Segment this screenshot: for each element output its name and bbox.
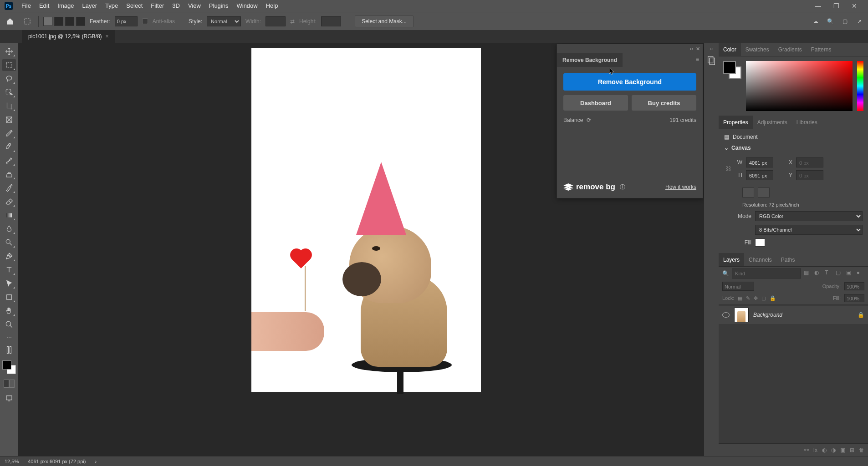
zoom-level[interactable]: 12,5% (5, 459, 19, 464)
menu-file[interactable]: File (17, 0, 35, 12)
dock-expand-icon[interactable]: ‹‹ (710, 46, 713, 51)
delete-layer-icon[interactable]: 🗑 (859, 447, 864, 453)
panel-menu-icon[interactable]: ≡ (692, 53, 703, 65)
menu-layer[interactable]: Layer (78, 0, 102, 12)
menu-edit[interactable]: Edit (35, 0, 53, 12)
history-panel-icon[interactable] (706, 55, 716, 65)
clone-stamp-tool[interactable] (2, 168, 16, 180)
filter-pixel-icon[interactable]: ▦ (804, 269, 812, 278)
gradient-tool[interactable] (2, 209, 16, 221)
status-chevron-icon[interactable]: › (95, 459, 97, 464)
selection-intersect-icon[interactable] (76, 17, 85, 26)
layer-list[interactable]: Background 🔒 (719, 304, 868, 443)
dashboard-button[interactable]: Dashboard (563, 95, 628, 111)
tab-swatches[interactable]: Swatches (741, 43, 774, 56)
move-tool[interactable] (2, 46, 16, 57)
tool-preset-icon[interactable] (21, 15, 34, 28)
filter-smart-icon[interactable]: ▣ (846, 269, 854, 278)
menu-plugins[interactable]: Plugins (205, 0, 233, 12)
filter-search-icon[interactable]: 🔍 (722, 270, 729, 277)
bit-depth-select[interactable]: 8 Bits/Channel (755, 225, 863, 235)
brush-tool[interactable] (2, 155, 16, 167)
frame-tool[interactable] (2, 114, 16, 126)
tab-properties[interactable]: Properties (719, 116, 753, 129)
add-mask-icon[interactable]: ◐ (822, 447, 827, 453)
layer-lock-icon[interactable]: 🔒 (858, 312, 864, 318)
filter-adjustment-icon[interactable]: ◐ (814, 269, 822, 278)
refresh-icon[interactable]: ⟳ (587, 117, 591, 123)
color-swatch[interactable] (723, 61, 741, 79)
info-icon[interactable]: ⓘ (620, 183, 625, 191)
how-it-works-link[interactable]: How it works (665, 184, 696, 190)
quick-mask-toggle[interactable] (4, 380, 15, 388)
layer-fill-input[interactable]: 100% (844, 294, 864, 302)
crop-tool[interactable] (2, 100, 16, 112)
screen-mode-icon[interactable] (2, 392, 16, 404)
new-group-icon[interactable]: ▣ (840, 447, 845, 453)
feather-input[interactable] (115, 16, 138, 26)
opacity-input[interactable]: 100% (844, 282, 864, 290)
color-mode-select[interactable]: RGB Color (755, 211, 863, 221)
tab-color[interactable]: Color (719, 43, 741, 56)
path-select-tool[interactable] (2, 278, 16, 289)
menu-type[interactable]: Type (101, 0, 122, 12)
panel-close-icon[interactable]: ✕ (696, 46, 700, 52)
tab-patterns[interactable]: Patterns (807, 43, 836, 56)
selection-subtract-icon[interactable] (65, 17, 74, 26)
lasso-tool[interactable] (2, 73, 16, 85)
new-adjustment-icon[interactable]: ◑ (831, 447, 836, 453)
buy-credits-button[interactable]: Buy credits (632, 95, 696, 111)
window-minimize-icon[interactable]: ― (809, 0, 827, 12)
more-tools-icon[interactable]: ⋯ (6, 334, 12, 340)
panel-collapse-icon[interactable]: ‹‹ (690, 46, 693, 51)
lock-all-icon[interactable]: 🔒 (770, 295, 776, 301)
menu-filter[interactable]: Filter (147, 0, 168, 12)
document-close-icon[interactable]: × (106, 30, 109, 43)
lock-artboard-icon[interactable]: ▢ (761, 295, 766, 301)
blur-tool[interactable] (2, 223, 16, 235)
tab-layers[interactable]: Layers (719, 253, 744, 266)
fill-swatch[interactable] (755, 238, 765, 247)
tab-libraries[interactable]: Libraries (792, 116, 822, 129)
tab-adjustments[interactable]: Adjustments (753, 116, 792, 129)
layer-thumbnail[interactable] (734, 308, 749, 322)
remove-background-panel[interactable]: ‹‹ ✕ Remove Background ≡ Remove Backgrou… (557, 44, 703, 198)
type-tool[interactable] (2, 264, 16, 276)
tab-channels[interactable]: Channels (744, 253, 776, 266)
home-icon[interactable] (4, 15, 16, 28)
antialias-checkbox[interactable] (142, 18, 148, 24)
orientation-portrait-icon[interactable] (742, 187, 754, 198)
hand-tool[interactable] (2, 305, 16, 317)
healing-brush-tool[interactable] (2, 141, 16, 153)
style-select[interactable]: Normal (207, 16, 241, 26)
menu-view[interactable]: View (184, 0, 205, 12)
orientation-landscape-icon[interactable] (758, 187, 770, 198)
select-and-mask-button[interactable]: Select and Mask... (355, 15, 414, 27)
search-icon[interactable]: 🔍 (825, 18, 835, 25)
foreground-background-colors[interactable] (2, 360, 16, 374)
lock-position-icon[interactable]: ✥ (754, 295, 758, 301)
document-tab[interactable]: pic1001.jpg @ 12,5% (RGB/8) × (22, 30, 115, 43)
lock-transparency-icon[interactable]: ▦ (738, 295, 742, 301)
tab-gradients[interactable]: Gradients (774, 43, 807, 56)
dodge-tool[interactable] (2, 237, 16, 248)
menu-select[interactable]: Select (122, 0, 147, 12)
pen-tool[interactable] (2, 250, 16, 262)
tab-paths[interactable]: Paths (776, 253, 800, 266)
share-icon[interactable]: ↗ (854, 18, 864, 25)
layer-visibility-icon[interactable] (722, 312, 730, 318)
cloud-share-icon[interactable]: ☁ (811, 18, 821, 25)
lock-pixels-icon[interactable]: ✎ (746, 295, 750, 301)
object-select-tool[interactable] (2, 86, 16, 98)
menu-window[interactable]: Window (232, 0, 261, 12)
window-close-icon[interactable]: ✕ (845, 0, 863, 12)
remove-background-button[interactable]: Remove Background (563, 73, 696, 91)
layer-fx-icon[interactable]: fx (813, 447, 817, 453)
canvas-section-toggle[interactable]: ⌄ Canvas (724, 145, 863, 151)
new-layer-icon[interactable]: ⊞ (850, 447, 854, 453)
link-wh-icon[interactable]: ⛓ (724, 166, 733, 172)
history-brush-tool[interactable] (2, 182, 16, 194)
marquee-tool[interactable] (2, 59, 16, 71)
canvas-area[interactable]: ‹‹ ✕ Remove Background ≡ Remove Backgrou… (18, 43, 704, 456)
blend-mode-select[interactable]: Normal (722, 282, 754, 291)
